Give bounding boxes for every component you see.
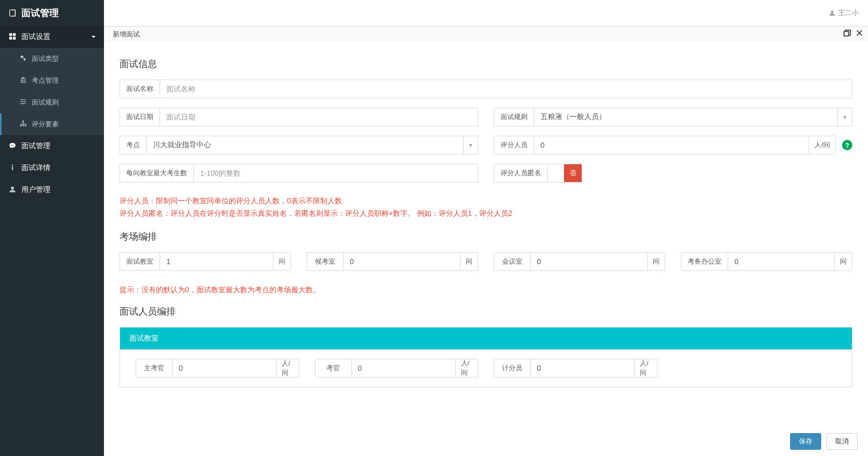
nav-label: 考点管理 [32,76,59,85]
unit-label: 人/间 [276,359,299,377]
section-info-title: 面试信息 [120,58,852,70]
scorer-person-input[interactable] [531,359,634,377]
maximize-icon[interactable] [844,30,851,38]
field-office-room: 考务办公室 间 [681,252,852,271]
hint-rooms: 提示：没有的默认为0，面试教室最大数为考点的考场最大数。 [120,285,852,295]
hint-line2: 评分人员匿名：评分人员在评分时是否显示真实姓名，若匿名则显示：评分人员职称+数字… [120,207,852,220]
field-site: 考点 川大就业指导中心 ▼ [120,136,478,154]
examiner-input[interactable] [352,359,455,377]
close-icon[interactable] [856,30,863,38]
name-input[interactable] [160,80,852,98]
office-room-input[interactable] [728,253,834,270]
rule-select[interactable]: 五粮液（一般人员） [534,108,837,126]
brand: 面试管理 [0,0,104,26]
anon-toggle[interactable]: 否 [564,164,582,182]
nav-interview-rules[interactable]: 面试规则 [0,92,104,113]
panel-body: 面试信息 面试名称 面试日期 [104,42,868,427]
sitemap-icon [18,120,28,128]
waiting-room-label: 候考室 [307,253,344,270]
sliders-icon [18,98,28,107]
svg-rect-15 [24,125,26,126]
svg-point-11 [22,103,23,104]
chevron-down-icon: ▼ [837,108,852,126]
section-people-title: 面试人员编排 [120,305,852,318]
nav-label: 面试规则 [32,98,59,107]
svg-rect-2 [9,36,12,39]
date-label: 面试日期 [120,108,160,126]
svg-point-10 [24,101,25,102]
svg-rect-3 [13,36,16,39]
unit-label: 间 [647,253,665,270]
save-button[interactable]: 保存 [790,433,821,450]
field-scorer-person: 计分员 人/间 [494,359,657,377]
svg-point-18 [14,145,14,145]
nav-score-elements[interactable]: 评分要素 [0,113,104,135]
nav-interview-mgmt[interactable]: 面试管理 [0,135,104,157]
user-name[interactable]: 王二小 [838,8,859,18]
svg-rect-20 [12,166,13,170]
svg-rect-19 [12,164,13,165]
meeting-room-input[interactable] [531,253,647,270]
nav-site-mgmt[interactable]: 考点管理 [0,70,104,92]
svg-rect-6 [20,99,26,100]
svg-point-5 [23,58,25,60]
max-label: 每间教室最大考生数 [120,164,194,182]
svg-rect-23 [844,32,849,36]
max-input[interactable] [194,164,478,182]
svg-point-16 [11,145,11,145]
svg-rect-14 [22,125,24,126]
chevron-down-icon: ▼ [463,136,478,154]
bank-icon [18,76,28,85]
chevron-down-icon [91,33,96,41]
panel-title: 新增面试 [113,30,140,39]
site-label: 考点 [120,136,147,154]
field-scorer: 评分人员 人/间 [494,136,836,154]
gears-icon [18,55,28,63]
nav-interview-type[interactable]: 面试类型 [0,48,104,70]
field-meeting-room: 会议室 间 [494,252,665,271]
meeting-room-label: 会议室 [494,253,531,270]
hint-line1: 评分人员：限制同一个教室同单位的评分人员人数，0表示不限制人数 [120,195,852,207]
brand-text: 面试管理 [21,7,59,19]
waiting-room-input[interactable] [344,253,460,270]
nav-user-mgmt[interactable]: 用户管理 [0,179,104,201]
nav-interview-settings[interactable]: 面试设置 [0,26,104,48]
user-icon [829,10,835,16]
panel-header: 新增面试 [104,27,868,42]
scorer-label: 评分人员 [494,136,534,154]
help-icon[interactable]: ? [842,140,852,150]
svg-rect-7 [20,101,26,102]
date-input[interactable] [160,108,478,126]
main-examiner-input[interactable] [173,359,276,377]
main: 王二小 新增面试 面试信息 [104,0,868,456]
interview-room-label: 面试教室 [120,253,160,270]
office-room-label: 考务办公室 [681,253,728,270]
footer-actions: 保存 取消 [104,427,868,456]
topbar: 王二小 [104,0,868,26]
field-examiner: 考官 人/间 [315,359,479,377]
sidebar: 面试管理 面试设置 面试类型 考点管理 [0,0,104,456]
unit-label: 间 [834,253,852,270]
interview-room-input[interactable] [160,253,273,270]
field-date: 面试日期 [120,108,478,126]
nav-label: 面试详情 [21,163,50,173]
svg-rect-12 [22,121,23,122]
people-box: 面试教室 主考官 人/间 考官 人/间 计分员 [120,327,852,387]
site-select[interactable]: 川大就业指导中心 [147,136,463,154]
cancel-button[interactable]: 取消 [826,433,858,450]
scorer-input[interactable] [534,136,809,154]
anon-label: 评分人员匿名 [494,164,548,182]
field-name: 面试名称 [120,80,852,98]
field-main-examiner: 主考官 人/间 [136,359,299,377]
book-icon [8,8,17,18]
examiner-label: 考官 [315,359,352,377]
grid-icon [8,33,17,42]
hint-scorer: 评分人员：限制同一个教室同单位的评分人员人数，0表示不限制人数 评分人员匿名：评… [120,195,852,220]
nav-label: 面试类型 [32,54,59,63]
svg-point-21 [11,186,14,189]
unit-label: 间 [273,253,291,270]
field-rule: 面试规则 五粮液（一般人员） ▼ [494,108,852,126]
nav-interview-detail[interactable]: 面试详情 [0,157,104,179]
section-room-title: 考场编排 [120,230,852,243]
svg-rect-0 [9,33,12,35]
